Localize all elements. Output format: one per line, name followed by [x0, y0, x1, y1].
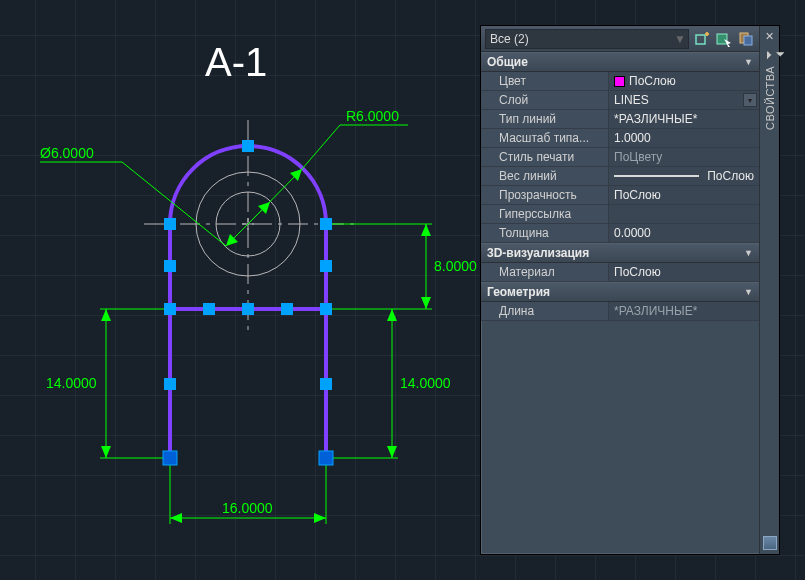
dim-14-right[interactable]: 14.0000 [330, 309, 451, 458]
section-geometry[interactable]: Геометрия ▼ [481, 282, 759, 302]
svg-marker-27 [101, 309, 111, 321]
close-icon[interactable]: ✕ [764, 30, 776, 42]
svg-rect-44 [281, 303, 293, 315]
svg-text:8.0000: 8.0000 [434, 258, 477, 274]
svg-marker-17 [421, 297, 431, 309]
chevron-down-icon: ▼ [744, 287, 753, 297]
svg-text:14.0000: 14.0000 [400, 375, 451, 391]
svg-rect-38 [242, 140, 254, 152]
prop-lineweight[interactable]: Вес линий ПоСлою [481, 167, 759, 186]
svg-text:14.0000: 14.0000 [46, 375, 97, 391]
prop-length[interactable]: Длина *РАЗЛИЧНЫЕ* [481, 302, 759, 321]
properties-menu-icon[interactable] [763, 536, 777, 550]
dim-14-left[interactable]: 14.0000 [46, 309, 166, 458]
svg-line-4 [302, 125, 340, 169]
dim-diameter[interactable]: Ø6.0000 [40, 145, 270, 246]
properties-palette[interactable]: Все (2) ▼ Общие ▼ Цвет ПоСлою [480, 25, 780, 555]
prop-material[interactable]: Материал ПоСлою [481, 263, 759, 282]
svg-text:R6.0000: R6.0000 [346, 108, 399, 124]
svg-rect-53 [717, 34, 727, 44]
quick-select-icon[interactable] [715, 30, 733, 48]
prop-linetype[interactable]: Тип линий *РАЗЛИЧНЫЕ* [481, 110, 759, 129]
select-objects-icon[interactable] [737, 30, 755, 48]
svg-rect-55 [744, 36, 752, 45]
dim-radius[interactable]: R6.0000 [248, 108, 408, 224]
chevron-down-icon: ▼ [744, 57, 753, 67]
svg-rect-39 [164, 260, 176, 272]
svg-rect-36 [164, 218, 176, 230]
palette-body: Общие ▼ Цвет ПоСлою Слой LINES▾ Тип лини… [481, 52, 759, 554]
color-swatch [614, 76, 625, 87]
prop-plotstyle[interactable]: Стиль печати ПоЦвету [481, 148, 759, 167]
chevron-down-icon: ▼ [744, 248, 753, 258]
toggle-pickadd-icon[interactable] [693, 30, 711, 48]
section-general[interactable]: Общие ▼ [481, 52, 759, 72]
svg-rect-40 [320, 260, 332, 272]
autohide-icon[interactable]: ⏵⏷ [764, 48, 776, 60]
dim-8[interactable]: 8.0000 [330, 224, 477, 309]
svg-marker-22 [387, 446, 397, 458]
chevron-down-icon[interactable]: ▾ [743, 93, 757, 107]
svg-line-10 [122, 162, 226, 246]
svg-marker-34 [314, 513, 326, 523]
selection-combo-text: Все (2) [490, 32, 529, 46]
dim-16[interactable]: 16.0000 [170, 462, 326, 524]
svg-rect-49 [319, 451, 333, 465]
palette-sidebar: ✕ ⏵⏷ СВОЙСТВА [759, 26, 779, 554]
svg-rect-37 [320, 218, 332, 230]
svg-marker-16 [421, 224, 431, 236]
chevron-down-icon: ▼ [674, 32, 684, 46]
svg-marker-28 [101, 446, 111, 458]
svg-text:16.0000: 16.0000 [222, 500, 273, 516]
palette-header: Все (2) ▼ [481, 26, 759, 52]
svg-text:Ø6.0000: Ø6.0000 [40, 145, 94, 161]
section-3dvisual[interactable]: 3D-визуализация ▼ [481, 243, 759, 263]
svg-rect-50 [696, 35, 705, 44]
svg-marker-21 [387, 309, 397, 321]
prop-thickness[interactable]: Толщина 0.0000 [481, 224, 759, 243]
svg-rect-47 [320, 378, 332, 390]
prop-layer[interactable]: Слой LINES▾ [481, 91, 759, 110]
svg-rect-41 [164, 303, 176, 315]
svg-marker-33 [170, 513, 182, 523]
prop-hyperlink[interactable]: Гиперссылка [481, 205, 759, 224]
prop-color[interactable]: Цвет ПоСлою [481, 72, 759, 91]
svg-rect-46 [164, 378, 176, 390]
palette-title: СВОЙСТВА [764, 66, 776, 130]
prop-transparency[interactable]: Прозрачность ПоСлою [481, 186, 759, 205]
svg-rect-43 [242, 303, 254, 315]
prop-ltscale[interactable]: Масштаб типа... 1.0000 [481, 129, 759, 148]
svg-rect-42 [203, 303, 215, 315]
svg-rect-45 [320, 303, 332, 315]
selection-combo[interactable]: Все (2) ▼ [485, 29, 689, 49]
svg-rect-48 [163, 451, 177, 465]
lineweight-sample [614, 175, 699, 177]
